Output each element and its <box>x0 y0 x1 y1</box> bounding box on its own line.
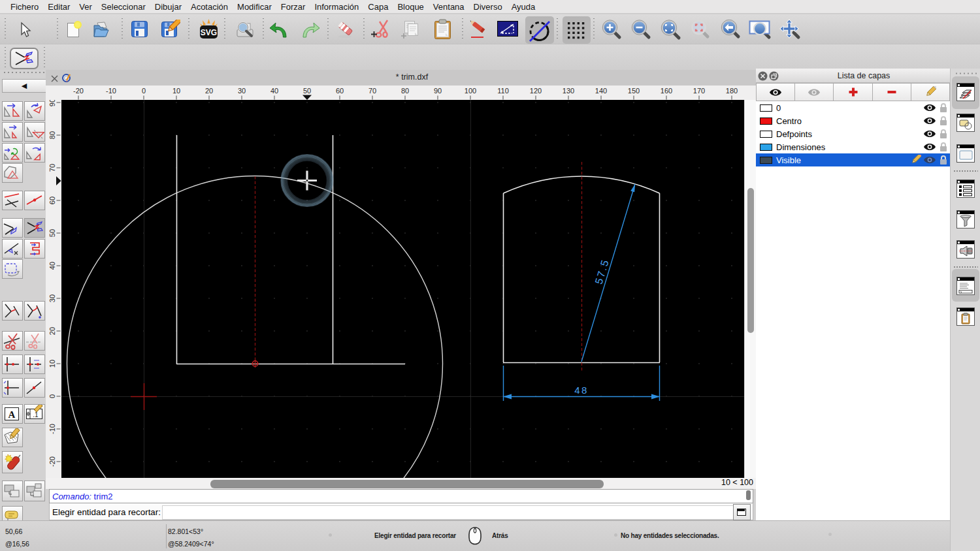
svg-text:70: 70 <box>368 87 376 95</box>
svg-text:180: 180 <box>726 87 738 95</box>
svg-text:60: 60 <box>336 87 344 95</box>
svg-text:-20: -20 <box>73 87 84 95</box>
svg-text:-10: -10 <box>106 87 116 95</box>
svg-text:130: 130 <box>563 87 574 95</box>
svg-text:140: 140 <box>595 87 607 95</box>
svg-text:.1: .1 <box>33 411 39 418</box>
svg-text:50: 50 <box>303 87 311 95</box>
svg-text:30: 30 <box>48 294 56 302</box>
svg-text:120: 120 <box>530 87 542 95</box>
svg-text:60: 60 <box>48 197 56 204</box>
svg-text:20: 20 <box>48 327 56 335</box>
svg-text:0: 0 <box>142 87 146 95</box>
svg-text:90: 90 <box>434 87 442 95</box>
svg-text:80: 80 <box>401 87 409 95</box>
svg-text:SVG: SVG <box>201 28 217 37</box>
svg-text:-20: -20 <box>48 456 56 467</box>
svg-text:80: 80 <box>48 131 56 139</box>
svg-text:170: 170 <box>693 87 705 95</box>
svg-text:160: 160 <box>661 87 672 95</box>
svg-text:70: 70 <box>48 164 56 172</box>
svg-text:A: A <box>8 409 16 420</box>
svg-text:40: 40 <box>48 262 56 270</box>
svg-text:48: 48 <box>574 385 589 396</box>
svg-text:50: 50 <box>48 229 56 237</box>
svg-text:0: 0 <box>48 394 56 398</box>
svg-text:20: 20 <box>205 87 213 95</box>
svg-text:10: 10 <box>48 360 56 368</box>
svg-text:100: 100 <box>465 87 476 95</box>
svg-text:90: 90 <box>48 100 56 106</box>
svg-text:110: 110 <box>497 87 509 95</box>
svg-text:-10: -10 <box>48 424 56 434</box>
svg-text:10: 10 <box>172 87 180 95</box>
svg-text:40: 40 <box>270 87 278 95</box>
svg-text:150: 150 <box>628 87 640 95</box>
svg-text:30: 30 <box>238 87 246 95</box>
